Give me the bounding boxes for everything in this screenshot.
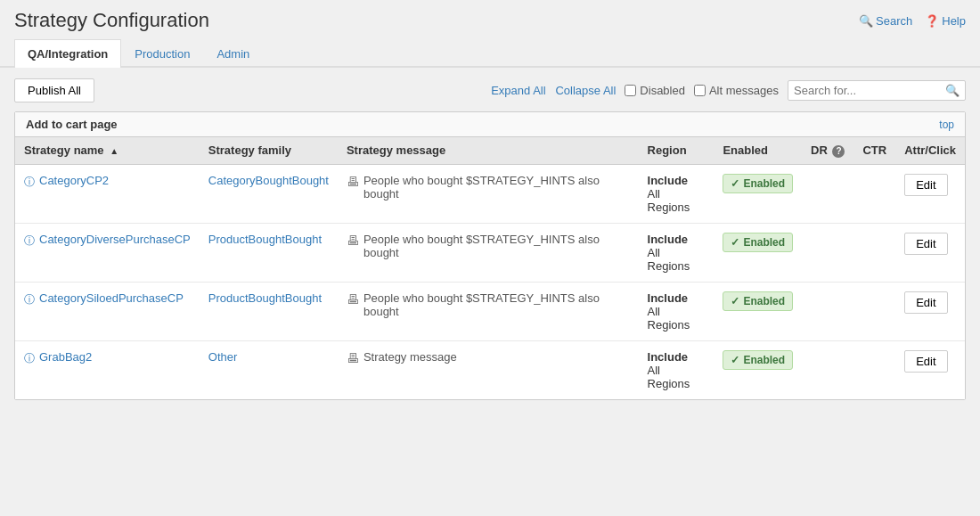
enabled-label: Enabled: [743, 354, 785, 366]
region-include: Include: [648, 233, 689, 246]
tab-production[interactable]: Production: [121, 39, 203, 68]
col-strategy-name: Strategy name ▲: [15, 137, 200, 164]
strategy-message-cell: 🖶 Strategy message: [338, 340, 639, 399]
enabled-cell: ✓ Enabled: [714, 340, 802, 399]
ctr-cell: [853, 340, 895, 399]
check-icon: ✓: [731, 177, 739, 190]
strategy-message-text: People who bought $STRATEGY_HINTS also b…: [363, 174, 630, 201]
col-ctr: CTR: [853, 137, 895, 164]
check-icon: ✓: [731, 354, 739, 366]
section-title: Add to cart page: [26, 118, 118, 131]
region-include: Include: [648, 291, 689, 305]
help-link[interactable]: ❓ Help: [925, 14, 966, 28]
dr-cell: [802, 340, 853, 399]
strategy-info-icon[interactable]: ⓘ: [24, 175, 35, 190]
tab-qa-integration[interactable]: QA/Integration: [14, 39, 121, 68]
strategy-family-link[interactable]: ProductBoughtBought: [208, 233, 322, 246]
disabled-checkbox[interactable]: [625, 85, 636, 96]
ctr-cell: [853, 164, 895, 223]
main-content: Publish All Expand All Collapse All Disa…: [0, 68, 980, 516]
strategy-message-text: Strategy message: [363, 350, 457, 364]
search-link[interactable]: 🔍 Search: [859, 14, 912, 28]
strategy-message-cell: 🖶 People who bought $STRATEGY_HINTS also…: [338, 282, 639, 340]
region-detail: All Regions: [648, 364, 690, 390]
sort-arrow-icon: ▲: [110, 146, 118, 156]
tab-admin[interactable]: Admin: [203, 39, 263, 68]
page-header: Strategy Configuration 🔍 Search ❓ Help: [0, 0, 980, 39]
enabled-badge: ✓ Enabled: [723, 233, 793, 252]
attr-click-cell: Edit: [895, 164, 965, 223]
toolbar: Publish All Expand All Collapse All Disa…: [14, 78, 966, 102]
edit-button[interactable]: Edit: [904, 350, 947, 373]
top-link[interactable]: top: [939, 119, 954, 131]
strategy-name-link[interactable]: CategoryCP2: [39, 174, 109, 187]
enabled-badge: ✓ Enabled: [723, 350, 793, 370]
edit-button[interactable]: Edit: [904, 233, 947, 255]
enabled-cell: ✓ Enabled: [714, 223, 802, 282]
strategy-family-link[interactable]: Other: [208, 350, 238, 364]
strategy-message-text: People who bought $STRATEGY_HINTS also b…: [363, 291, 630, 318]
enabled-badge: ✓ Enabled: [723, 174, 793, 193]
strategy-name-cell: ⓘ CategoryDiversePurchaseCP: [15, 223, 200, 282]
strategy-name-cell: ⓘ CategorySiloedPurchaseCP: [15, 282, 200, 340]
enabled-cell: ✓ Enabled: [714, 164, 802, 223]
ctr-cell: [853, 223, 895, 282]
strategy-message-cell: 🖶 People who bought $STRATEGY_HINTS also…: [338, 223, 639, 282]
strategy-family-cell: CategoryBoughtBought: [200, 164, 338, 223]
monitor-icon: 🖶: [347, 175, 359, 189]
strategy-family-link[interactable]: ProductBoughtBought: [208, 291, 322, 305]
alt-messages-checkbox[interactable]: [694, 85, 706, 96]
ctr-cell: [853, 282, 895, 340]
region-cell: Include All Regions: [639, 223, 715, 282]
check-icon: ✓: [731, 295, 739, 307]
region-detail: All Regions: [648, 187, 690, 214]
region-include: Include: [648, 350, 689, 364]
expand-collapse-area: Expand All Collapse All: [491, 84, 616, 97]
region-cell: Include All Regions: [639, 164, 715, 223]
table-row: ⓘ CategorySiloedPurchaseCP ProductBought…: [15, 282, 965, 340]
expand-all-link[interactable]: Expand All: [491, 84, 545, 97]
strategy-family-cell: ProductBoughtBought: [200, 223, 338, 282]
table-header-row: Strategy name ▲ Strategy family Strategy…: [15, 137, 965, 164]
strategy-name-cell: ⓘ GrabBag2: [15, 340, 200, 399]
edit-button[interactable]: Edit: [904, 291, 947, 314]
region-detail: All Regions: [648, 246, 690, 273]
section-header: Add to cart page top: [15, 112, 965, 137]
region-cell: Include All Regions: [639, 340, 715, 399]
strategy-name-link[interactable]: CategoryDiversePurchaseCP: [39, 233, 191, 246]
alt-messages-checkbox-label[interactable]: Alt messages: [694, 84, 779, 97]
strategy-name-link[interactable]: CategorySiloedPurchaseCP: [39, 291, 184, 305]
strategy-info-icon[interactable]: ⓘ: [24, 233, 35, 249]
strategy-family-link[interactable]: CategoryBoughtBought: [208, 174, 329, 187]
dr-help-icon[interactable]: ?: [832, 145, 845, 158]
tabs-bar: QA/Integration Production Admin: [0, 39, 980, 68]
col-region: Region: [639, 137, 715, 164]
strategy-family-cell: Other: [200, 340, 338, 399]
publish-all-button[interactable]: Publish All: [14, 78, 94, 102]
search-input[interactable]: [794, 84, 945, 97]
strategy-info-icon[interactable]: ⓘ: [24, 292, 35, 307]
attr-click-cell: Edit: [895, 223, 965, 282]
toolbar-right: Expand All Collapse All Disabled Alt mes…: [491, 80, 966, 101]
table-row: ⓘ CategoryCP2 CategoryBoughtBought 🖶 Peo…: [15, 164, 965, 223]
disabled-checkbox-label[interactable]: Disabled: [625, 84, 685, 97]
strategy-message-text: People who bought $STRATEGY_HINTS also b…: [363, 233, 630, 259]
strategy-table: Strategy name ▲ Strategy family Strategy…: [15, 137, 965, 399]
header-actions: 🔍 Search ❓ Help: [859, 14, 966, 28]
search-icon: 🔍: [945, 84, 960, 97]
strategy-family-cell: ProductBoughtBought: [200, 282, 338, 340]
strategy-info-icon[interactable]: ⓘ: [24, 351, 35, 366]
attr-click-cell: Edit: [895, 340, 965, 399]
edit-button[interactable]: Edit: [904, 174, 947, 196]
col-enabled: Enabled: [714, 137, 802, 164]
strategy-name-cell: ⓘ CategoryCP2: [15, 164, 200, 223]
col-attr-click: Attr/Click: [895, 137, 965, 164]
col-dr: DR ?: [802, 137, 853, 164]
collapse-all-link[interactable]: Collapse All: [555, 84, 616, 97]
search-box: 🔍: [788, 80, 966, 101]
attr-click-cell: Edit: [895, 282, 965, 340]
table-row: ⓘ CategoryDiversePurchaseCP ProductBough…: [15, 223, 965, 282]
strategy-name-link[interactable]: GrabBag2: [39, 350, 92, 364]
help-icon: ❓: [925, 14, 939, 28]
region-include: Include: [648, 174, 689, 187]
